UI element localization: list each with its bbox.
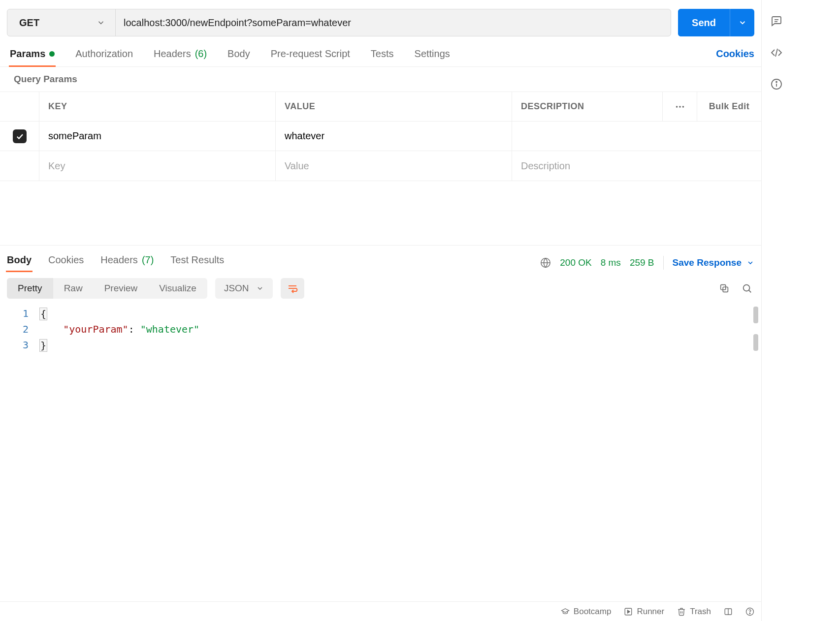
tab-params[interactable]: Params	[10, 48, 55, 66]
response-tab-body-label: Body	[7, 254, 32, 266]
row-checkbox[interactable]	[13, 129, 27, 143]
modified-indicator-icon	[49, 51, 55, 57]
comments-button[interactable]	[770, 15, 783, 28]
response-toolbar: Pretty Raw Preview Visualize JSON	[0, 272, 761, 305]
line-number: 2	[0, 323, 39, 335]
svg-line-19	[775, 49, 777, 57]
columns-more-button[interactable]	[663, 92, 697, 121]
graduation-cap-icon	[561, 607, 570, 616]
response-tab-cookies[interactable]: Cookies	[48, 254, 84, 272]
footer-help-button[interactable]	[745, 607, 754, 616]
save-response-label: Save Response	[673, 257, 742, 268]
svg-point-1	[679, 106, 681, 108]
query-params-title: Query Params	[0, 67, 761, 92]
response-meta: 200 OK 8 ms 259 B Save Response	[540, 256, 754, 270]
response-size: 259 B	[630, 257, 654, 268]
param-description-input[interactable]	[521, 130, 752, 142]
scrollbar-thumb[interactable]	[753, 334, 758, 351]
view-raw-button[interactable]: Raw	[53, 278, 94, 299]
column-value: VALUE	[276, 92, 512, 121]
copy-response-button[interactable]	[717, 281, 732, 296]
tab-headers[interactable]: Headers (6)	[154, 48, 207, 66]
column-key: KEY	[39, 92, 276, 121]
footer-bootcamp[interactable]: Bootcamp	[561, 607, 612, 617]
param-key-input[interactable]	[48, 160, 266, 172]
footer-runner[interactable]: Runner	[624, 607, 664, 617]
svg-point-9	[743, 285, 750, 291]
status-code: 200 OK	[560, 257, 591, 268]
cookies-link[interactable]: Cookies	[716, 48, 754, 66]
response-body-viewer[interactable]: 1 { 2 "yourParam": "whatever" 3 }	[0, 305, 761, 621]
send-button-more[interactable]	[730, 9, 754, 36]
footer-trash[interactable]: Trash	[677, 607, 711, 617]
save-response-button[interactable]: Save Response	[663, 256, 754, 270]
response-tab-testresults-label: Test Results	[170, 254, 224, 266]
more-horizontal-icon	[675, 101, 685, 112]
info-button[interactable]	[770, 78, 783, 91]
http-method-label: GET	[19, 17, 39, 29]
trash-icon	[677, 607, 686, 616]
chevron-down-icon	[256, 284, 264, 292]
method-url-group: GET	[7, 9, 671, 36]
tab-settings-label: Settings	[415, 48, 450, 60]
response-tabs: Body Cookies Headers (7) Test Results 20…	[0, 246, 761, 272]
bulk-edit-button[interactable]: Bulk Edit	[697, 92, 761, 121]
scrollbar-thumb[interactable]	[753, 307, 758, 323]
code-button[interactable]	[770, 46, 783, 59]
param-value-input[interactable]	[285, 130, 503, 142]
send-button[interactable]: Send	[678, 9, 730, 36]
tab-body[interactable]: Body	[227, 48, 250, 66]
tab-authorization[interactable]: Authorization	[75, 48, 133, 66]
tab-headers-count: (6)	[195, 48, 207, 60]
body-format-select[interactable]: JSON	[215, 278, 273, 299]
help-circle-icon	[745, 607, 754, 616]
wrap-lines-button[interactable]	[281, 278, 304, 299]
status-bar: Bootcamp Runner Trash	[0, 601, 761, 621]
request-url-bar: GET Send	[0, 0, 761, 39]
check-icon	[15, 132, 24, 141]
view-preview-button[interactable]: Preview	[94, 278, 149, 299]
view-pretty-button[interactable]: Pretty	[7, 278, 53, 299]
response-tab-headers[interactable]: Headers (7)	[100, 254, 154, 272]
svg-point-2	[682, 106, 684, 108]
response-tab-headers-label: Headers	[100, 254, 138, 266]
param-key-input[interactable]	[48, 130, 266, 142]
footer-trash-label: Trash	[690, 607, 711, 617]
tab-body-label: Body	[227, 48, 250, 60]
view-visualize-button[interactable]: Visualize	[148, 278, 207, 299]
response-tab-testresults[interactable]: Test Results	[170, 254, 224, 272]
tab-prerequest[interactable]: Pre-request Script	[271, 48, 350, 66]
response-time: 8 ms	[601, 257, 621, 268]
footer-panes-button[interactable]	[724, 607, 733, 616]
params-header-row: KEY VALUE DESCRIPTION Bulk Edit	[0, 92, 761, 122]
table-row	[0, 151, 761, 181]
search-response-button[interactable]	[740, 281, 754, 296]
param-description-input[interactable]	[521, 160, 752, 172]
svg-point-16	[749, 613, 750, 614]
panes-icon	[724, 607, 733, 616]
line-number: 3	[0, 339, 39, 351]
globe-icon[interactable]	[540, 257, 551, 268]
body-format-label: JSON	[224, 283, 249, 294]
comment-icon	[771, 15, 782, 27]
code-icon	[771, 47, 782, 59]
svg-point-0	[676, 106, 678, 108]
tab-tests[interactable]: Tests	[371, 48, 394, 66]
tab-prerequest-label: Pre-request Script	[271, 48, 350, 60]
param-value-input[interactable]	[285, 160, 503, 172]
tab-settings[interactable]: Settings	[415, 48, 450, 66]
http-method-select[interactable]: GET	[7, 9, 116, 36]
wrap-text-icon	[287, 282, 298, 294]
column-description: DESCRIPTION	[512, 92, 663, 121]
request-url-input[interactable]	[116, 9, 671, 36]
copy-icon	[719, 283, 730, 294]
line-number: 1	[0, 308, 39, 319]
response-tab-headers-count: (7)	[142, 254, 154, 266]
svg-point-22	[776, 82, 777, 83]
response-tab-body[interactable]: Body	[7, 254, 32, 272]
tab-params-label: Params	[10, 48, 45, 60]
view-mode-segment: Pretty Raw Preview Visualize	[7, 278, 207, 299]
params-table: KEY VALUE DESCRIPTION Bulk Edit	[0, 92, 761, 181]
play-box-icon	[624, 607, 633, 616]
tab-tests-label: Tests	[371, 48, 394, 60]
